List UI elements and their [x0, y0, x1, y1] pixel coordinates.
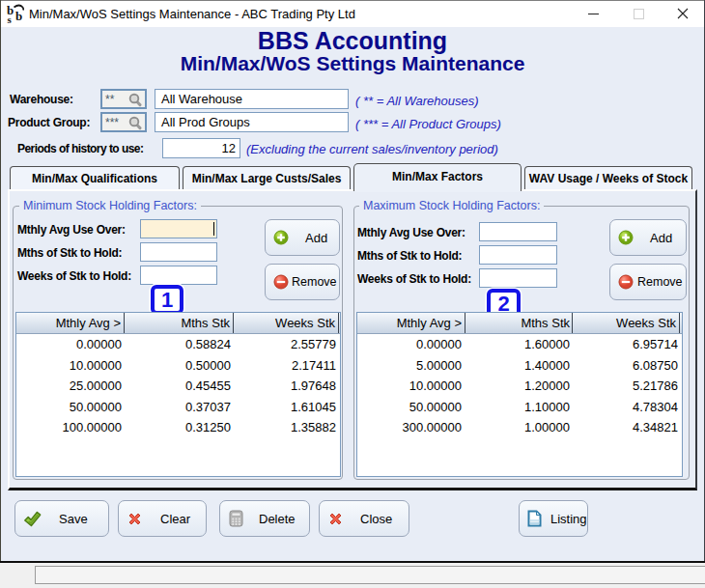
svg-text:b: b	[15, 9, 22, 23]
svg-text:s: s	[8, 14, 13, 25]
